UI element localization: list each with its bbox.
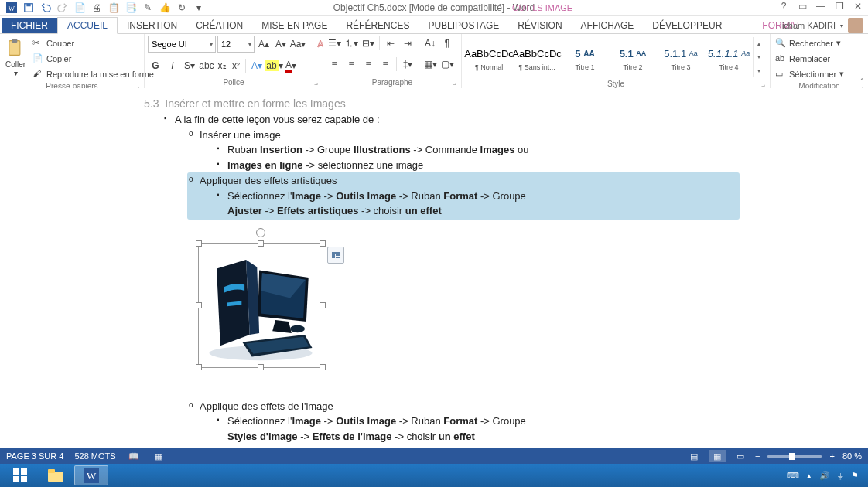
style-normal[interactable]: AaBbCcDc¶ Normal [465,36,513,79]
qat-paste-icon[interactable]: 📑 [124,1,138,15]
align-right-icon[interactable]: ≡ [361,56,376,72]
superscript-icon[interactable]: x² [230,58,242,73]
zoom-in-button[interactable]: + [829,451,834,461]
word-app-icon[interactable]: W [5,1,19,15]
help-icon[interactable]: ? [777,0,791,12]
style-titre1[interactable]: 5 AATitre 1 [561,36,609,79]
resize-handle[interactable] [258,240,264,247]
copy-button[interactable]: 📄Copier [31,51,155,66]
style-no-spacing[interactable]: AaBbCcDc¶ Sans int... [513,36,561,79]
qat-print-icon[interactable]: 🖨 [90,1,104,15]
save-icon[interactable] [22,1,36,15]
subscript-icon[interactable]: x₂ [216,58,228,73]
align-left-icon[interactable]: ≡ [326,56,342,72]
cut-button[interactable]: ✂Couper [31,36,155,50]
status-macro-icon[interactable]: ▦ [152,450,166,462]
resize-handle[interactable] [196,364,202,370]
paste-button[interactable]: Coller▾ [3,36,28,79]
selected-image[interactable] [198,243,323,368]
zoom-slider[interactable] [767,455,822,458]
status-page[interactable]: PAGE 3 SUR 4 [6,451,63,461]
qat-copy-icon[interactable]: 📋 [107,1,121,15]
document-area[interactable]: 5.3 Insérer et mettre en forme les Image… [0,88,868,464]
tray-volume-icon[interactable]: 🔊 [819,471,830,481]
tab-developer[interactable]: DÉVELOPPEUR [643,18,731,33]
style-titre3[interactable]: 5.1.1 AaTitre 3 [657,36,705,79]
zoom-thumb[interactable] [789,453,795,460]
underline-icon[interactable]: S▾ [182,58,197,73]
minimize-icon[interactable]: — [814,0,828,12]
show-marks-icon[interactable]: ¶ [439,36,455,51]
italic-icon[interactable]: I [165,58,180,73]
ribbon-display-options-icon[interactable]: ▭ [795,0,809,12]
view-print-icon[interactable]: ▦ [709,450,726,462]
tab-design[interactable]: CRÉATION [186,18,252,33]
view-read-icon[interactable]: ▤ [687,450,701,462]
layout-options-button[interactable] [327,247,344,264]
tab-mailings[interactable]: PUBLIPOSTAGE [419,18,508,33]
text-effects-icon[interactable]: A▾ [249,58,265,73]
system-tray[interactable]: ⌨ ▴ 🔊 ⏚ ⚑ [787,471,865,481]
zoom-level[interactable]: 80 % [842,451,862,461]
sort-icon[interactable]: A↓ [422,36,438,51]
user-account[interactable]: Hicham KADIRI▾ [776,18,863,33]
qat-icon-6[interactable]: 👍 [158,1,172,15]
tray-keyboard-icon[interactable]: ⌨ [787,471,799,481]
restore-icon[interactable]: ❐ [832,0,846,12]
tab-home[interactable]: ACCUEIL [57,17,118,34]
numbering-icon[interactable]: ⒈▾ [343,36,359,51]
highlight-icon[interactable]: ab▾ [266,58,282,73]
strikethrough-icon[interactable]: abc [199,58,214,73]
tab-review[interactable]: RÉVISION [508,18,571,33]
tab-references[interactable]: RÉFÉRENCES [337,18,419,33]
rotate-handle[interactable] [256,228,265,237]
resize-handle[interactable] [196,240,202,247]
replace-button[interactable]: abRemplacer [774,51,846,66]
font-name-combo[interactable]: Segoe UI [148,36,216,53]
status-words[interactable]: 528 MOTS [74,451,115,461]
qat-icon-7[interactable]: ↻ [175,1,189,15]
find-button[interactable]: 🔍Rechercher ▾ [774,36,846,50]
tab-insert[interactable]: INSERTION [118,18,186,33]
tray-chevron-icon[interactable]: ▴ [807,471,812,481]
resize-handle[interactable] [320,364,326,370]
zoom-out-button[interactable]: − [755,451,760,461]
qat-new-icon[interactable]: 📄 [73,1,87,15]
shading-icon[interactable]: ▦▾ [422,56,438,72]
resize-handle[interactable] [258,364,264,370]
tab-file[interactable]: FICHIER [2,18,57,33]
increase-indent-icon[interactable]: ⇥ [400,36,415,51]
taskbar-explorer[interactable] [39,465,73,485]
bold-icon[interactable]: G [148,58,163,73]
format-painter-button[interactable]: 🖌Reproduire la mise en forme [31,66,155,81]
qat-more-icon[interactable]: ▾ [192,1,206,15]
start-button[interactable] [3,465,37,485]
tab-view[interactable]: AFFICHAGE [572,18,644,33]
resize-handle[interactable] [320,302,326,308]
decrease-indent-icon[interactable]: ⇤ [383,36,398,51]
taskbar-word[interactable]: W [74,465,108,485]
bullets-icon[interactable]: ☰▾ [326,36,342,51]
tab-layout[interactable]: MISE EN PAGE [252,18,337,33]
font-size-combo[interactable]: 12 [217,36,255,53]
resize-handle[interactable] [320,240,326,247]
tray-network-icon[interactable]: ⏚ [838,471,843,480]
style-titre4[interactable]: 5.1.1.1 AaTitre 4 [705,36,753,79]
multilevel-icon[interactable]: ⊟▾ [361,36,376,51]
styles-gallery[interactable]: AaBbCcDc¶ Normal AaBbCcDc¶ Sans int... 5… [465,36,764,79]
grow-font-icon[interactable]: A▴ [256,36,272,52]
font-color-icon[interactable]: A▾ [283,58,299,73]
align-center-icon[interactable]: ≡ [343,56,359,72]
status-proofing-icon[interactable]: 📖 [127,450,141,462]
change-case-icon[interactable]: Aa▾ [290,36,306,52]
styles-gallery-more[interactable]: ▴▾▾ [753,37,764,77]
shrink-font-icon[interactable]: A▾ [273,36,289,52]
resize-handle[interactable] [196,302,202,308]
justify-icon[interactable]: ≡ [378,56,393,72]
redo-icon[interactable] [56,1,70,15]
borders-icon[interactable]: ▢▾ [439,56,455,72]
view-web-icon[interactable]: ▭ [733,450,747,462]
select-button[interactable]: ▭Sélectionner ▾ [774,66,846,81]
line-spacing-icon[interactable]: ‡▾ [400,56,415,72]
undo-icon[interactable] [39,1,53,15]
